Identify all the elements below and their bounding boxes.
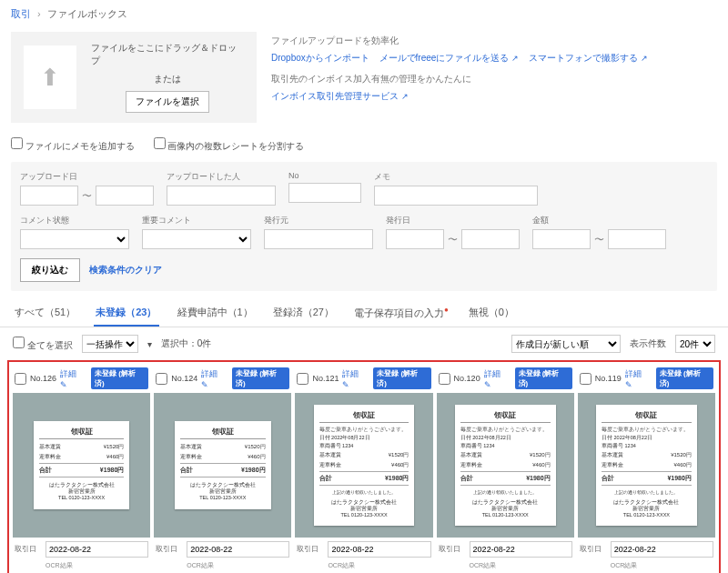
card-select[interactable] [439,373,450,385]
filter-apply-button[interactable]: 絞り込む [20,258,80,282]
card-no: No.121 [312,374,339,383]
tab-unregistered[interactable]: 未登録（23） [94,300,158,327]
edit-icon: ✎ [625,380,632,389]
link-smartphone[interactable]: スマートフォンで撮影する ↗ [529,53,648,63]
edit-icon: ✎ [342,380,349,389]
link-dropbox[interactable]: Dropboxからインポート [271,53,369,63]
receipt-card-grid: No.126 詳細✎ 未登録 (解析済) 領収証 基本運賃¥1520円 迎車料金… [7,360,721,573]
status-badge: 未登録 (解析済) [232,367,289,389]
tabs: すべて（51） 未登録（23） 経費申請中（1） 登録済（27） 電子保存項目の… [0,291,728,327]
filter-issued-to[interactable] [461,229,520,249]
file-select-button[interactable]: ファイルを選択 [126,91,209,113]
selection-count: 選択中：0件 [161,337,212,350]
check-split-receipts[interactable]: 画像内の複数レシートを分割する [154,141,305,151]
chevron-right-icon: › [37,8,41,19]
card-date-input[interactable] [470,541,572,558]
link-invoice-service[interactable]: インボイス取引先管理サービス ↗ [271,91,409,101]
external-icon: ↗ [511,54,519,63]
card-date-input[interactable] [328,541,430,558]
edit-icon: ✎ [201,380,208,389]
upload-dropzone[interactable]: ⬆ ファイルをここにドラッグ＆ドロップ または ファイルを選択 [11,32,257,123]
receipt-card: No.119 詳細✎ 未登録 (解析済) 領収証 毎度ご乗車ありがとうございます… [578,366,715,573]
filter-amount-from[interactable] [532,229,591,249]
card-date-input[interactable] [187,541,289,558]
dropzone-text: ファイルをここにドラッグ＆ドロップ [91,42,244,67]
links-heading-1: ファイルアップロードを効率化 [271,32,655,49]
status-badge: 未登録 (解析済) [91,367,148,389]
tab-expense[interactable]: 経費申請中（1） [176,300,255,327]
filter-upload-to[interactable] [96,186,154,206]
card-select[interactable] [297,373,308,385]
links-heading-2: 取引先のインボイス加入有無の管理をかんたんに [271,70,655,87]
receipt-thumbnail[interactable]: 領収証 基本運賃¥1520円 迎車料金¥460円 合計¥1980円 はたラクタク… [13,393,150,538]
receipt-thumbnail[interactable]: 領収証 毎度ご乗車ありがとうございます。日付 2022年08月22日車両番号 1… [578,393,715,538]
receipt-thumbnail[interactable]: 領収証 基本運賃¥1520円 迎車料金¥460円 合計¥1980円 はたラクタク… [154,393,291,538]
receipt-card: No.121 詳細✎ 未登録 (解析済) 領収証 毎度ご乗車ありがとうございます… [295,366,432,573]
external-icon: ↗ [401,92,409,101]
tab-all[interactable]: すべて（51） [13,300,77,327]
card-no: No.124 [171,374,197,383]
breadcrumb: 取引 › ファイルボックス [0,0,728,28]
receipt-card: No.124 詳細✎ 未登録 (解析済) 領収証 基本運賃¥1520円 迎車料金… [154,366,291,573]
select-all[interactable]: 全てを選択 [13,337,73,352]
card-no: No.120 [454,374,480,383]
card-date-input[interactable] [46,541,148,558]
tab-registered[interactable]: 登録済（27） [271,300,336,327]
card-select[interactable] [15,373,26,385]
filter-important[interactable] [142,229,251,249]
filter-panel: アップロード日 〜 アップロードした人 No メモ コメント状態 重要コメント … [11,162,717,291]
card-detail-link[interactable]: 詳細✎ [484,368,508,389]
card-date-input[interactable] [611,541,713,558]
tab-ignored[interactable]: 無視（0） [467,300,516,327]
external-icon: ↗ [641,54,648,63]
breadcrumb-current: ファイルボックス [47,8,127,19]
filter-comment-status[interactable] [20,229,129,249]
per-page-select[interactable]: 20件 [675,335,715,353]
receipt-card: No.126 詳細✎ 未登録 (解析済) 領収証 基本運賃¥1520円 迎車料金… [13,366,150,573]
receipt-thumbnail[interactable]: 領収証 毎度ご乗車ありがとうございます。日付 2022年08月22日車両番号 1… [295,393,432,538]
filter-clear-button[interactable]: 検索条件のクリア [89,258,162,282]
receipt-card: No.120 詳細✎ 未登録 (解析済) 領収証 毎度ご乗車ありがとうございます… [437,366,574,573]
status-badge: 未登録 (解析済) [656,367,713,389]
filter-upload-from[interactable] [20,186,78,206]
filter-uploader[interactable] [167,186,276,206]
filter-amount-to[interactable] [608,229,666,249]
edit-icon: ✎ [484,380,491,389]
tab-einput[interactable]: 電子保存項目の入力● [352,300,450,327]
card-detail-link[interactable]: 詳細✎ [60,368,84,389]
card-select[interactable] [156,373,167,385]
filter-issued-from[interactable] [386,229,444,249]
display-label: 表示件数 [630,337,666,350]
card-no: No.126 [30,374,56,383]
bulk-action-select[interactable]: 一括操作 [82,335,138,353]
filter-memo[interactable] [374,186,538,206]
card-select[interactable] [580,373,592,385]
card-no: No.119 [595,374,622,383]
upload-icon: ⬆ [24,45,76,109]
edit-icon: ✎ [60,380,67,389]
link-mail[interactable]: メールでfreeeにファイルを送る ↗ [379,53,520,63]
breadcrumb-root[interactable]: 取引 [11,8,31,19]
card-detail-link[interactable]: 詳細✎ [201,368,225,389]
card-detail-link[interactable]: 詳細✎ [342,368,366,389]
dropzone-or: または [154,73,181,85]
filter-no[interactable] [288,183,361,203]
filter-issuer[interactable] [264,229,373,249]
check-add-memo[interactable]: ファイルにメモを追加する [11,141,135,151]
receipt-thumbnail[interactable]: 領収証 毎度ご乗車ありがとうございます。日付 2022年08月22日車両番号 1… [437,393,574,538]
status-badge: 未登録 (解析済) [373,367,430,389]
sort-select[interactable]: 作成日が新しい順 [511,335,621,353]
status-badge: 未登録 (解析済) [515,367,572,389]
card-detail-link[interactable]: 詳細✎ [625,368,649,389]
